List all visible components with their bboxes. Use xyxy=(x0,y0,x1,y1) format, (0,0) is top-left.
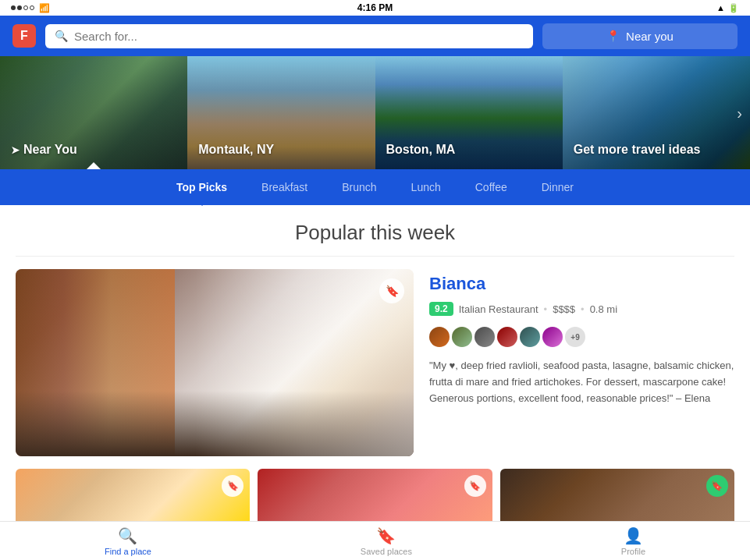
category-tabs: Top Picks Breakfast Brunch Lunch Coffee … xyxy=(0,169,750,205)
near-you-button[interactable]: 📍 Near you xyxy=(542,23,738,49)
featured-card: 🔖 Bianca 9.2 Italian Restaurant • $$$$ •… xyxy=(16,269,734,456)
search-input[interactable] xyxy=(74,30,524,43)
tab-brunch[interactable]: Brunch xyxy=(325,169,393,205)
search-container[interactable]: 🔍 xyxy=(45,24,533,48)
section-title: Popular this week xyxy=(0,205,750,256)
featured-info: Bianca 9.2 Italian Restaurant • $$$$ • 0… xyxy=(429,269,734,406)
avatar-5 xyxy=(520,327,540,347)
bookmark-small-2[interactable]: 🔖 xyxy=(464,475,486,497)
profile-icon: 👤 xyxy=(624,526,643,545)
hero-boston[interactable]: Boston, MA xyxy=(375,56,563,169)
avatar-more: +9 xyxy=(565,327,585,347)
small-card-3[interactable]: 🔖 xyxy=(500,469,734,521)
status-bar: 📶 4:16 PM ▲ 🔋 xyxy=(0,0,750,16)
location-icon: 📍 xyxy=(606,30,620,42)
price-range: $$$$ xyxy=(553,303,575,315)
hero-travel-label: Get more travel ideas xyxy=(574,143,701,157)
small-cards-row: 🔖 🔖 🔖 xyxy=(16,469,734,521)
nav-saved-places[interactable]: 🔖 Saved places xyxy=(361,526,412,556)
saved-places-label: Saved places xyxy=(361,547,412,556)
tab-top-picks[interactable]: Top Picks xyxy=(159,169,244,205)
hero-montauk[interactable]: Montauk, NY xyxy=(187,56,375,169)
review-text: "My ♥, deep fried ravlioli, seafood past… xyxy=(429,358,734,406)
meta-dot-2: • xyxy=(581,303,585,315)
profile-label: Profile xyxy=(621,547,645,556)
bookmark-button-featured[interactable]: 🔖 xyxy=(379,278,404,303)
time-display: 4:16 PM xyxy=(357,2,393,13)
find-place-icon: 🔍 xyxy=(118,526,137,545)
hero-boston-label: Boston, MA xyxy=(386,143,456,157)
signal-icons: 📶 xyxy=(11,3,50,13)
avatar-1 xyxy=(429,327,450,347)
saved-places-icon: 🔖 xyxy=(376,526,396,545)
search-icon: 🔍 xyxy=(55,30,68,42)
hero-travel-arrow: › xyxy=(737,104,742,122)
battery-icons: ▲ 🔋 xyxy=(716,3,739,13)
avatar-4 xyxy=(497,327,517,347)
tab-breakfast[interactable]: Breakfast xyxy=(244,169,325,205)
restaurant-category: Italian Restaurant xyxy=(459,303,539,315)
distance: 0.8 mi xyxy=(590,303,617,315)
tab-lunch[interactable]: Lunch xyxy=(394,169,458,205)
hero-travel[interactable]: Get more travel ideas › xyxy=(563,56,750,169)
score-badge: 9.2 xyxy=(429,302,453,316)
restaurant-meta: 9.2 Italian Restaurant • $$$$ • 0.8 mi xyxy=(429,302,734,316)
bottom-nav: 🔍 Find a place 🔖 Saved places 👤 Profile xyxy=(0,521,750,560)
featured-image-container[interactable]: 🔖 xyxy=(16,269,414,456)
tab-dinner[interactable]: Dinner xyxy=(524,169,591,205)
avatar-6 xyxy=(542,327,563,347)
small-card-1[interactable]: 🔖 xyxy=(16,469,250,521)
near-you-label: Near you xyxy=(626,30,674,43)
hero-row: ➤ Near You Montauk, NY Boston, MA Get mo… xyxy=(0,56,750,169)
hero-near-you-indicator xyxy=(86,162,101,169)
nav-find-a-place[interactable]: 🔍 Find a place xyxy=(105,526,151,556)
restaurant-name[interactable]: Bianca xyxy=(429,274,734,294)
avatar-2 xyxy=(452,327,472,347)
meta-dot-1: • xyxy=(544,303,548,315)
location-arrow-icon: ➤ xyxy=(11,144,20,156)
hero-near-you[interactable]: ➤ Near You xyxy=(0,56,187,169)
main-content: Popular this week 🔖 Bianca 9.2 Italia xyxy=(0,205,750,521)
avatars-row: +9 xyxy=(429,327,734,347)
app-header: F 🔍 📍 Near you xyxy=(0,16,750,56)
bookmark-small-3[interactable]: 🔖 xyxy=(706,475,728,497)
find-place-label: Find a place xyxy=(105,547,151,556)
section-divider xyxy=(16,256,734,257)
tab-coffee[interactable]: Coffee xyxy=(458,169,524,205)
avatar-3 xyxy=(475,327,495,347)
nav-profile[interactable]: 👤 Profile xyxy=(621,526,645,556)
hero-near-you-label: ➤ Near You xyxy=(11,143,77,157)
small-card-2[interactable]: 🔖 xyxy=(258,469,492,521)
hero-montauk-label: Montauk, NY xyxy=(198,143,274,157)
foursquare-logo: F xyxy=(12,24,36,48)
